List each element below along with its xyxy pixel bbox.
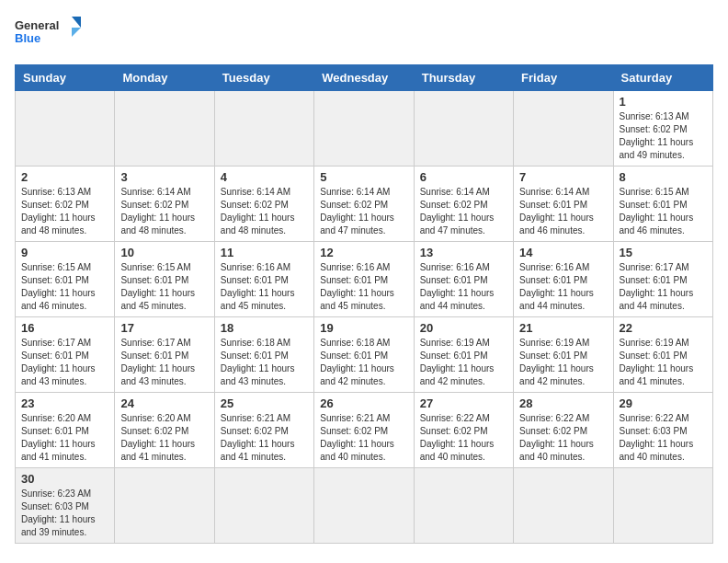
- calendar-cell: 15Sunrise: 6:17 AM Sunset: 6:01 PM Dayli…: [613, 242, 712, 317]
- day-number: 2: [21, 170, 108, 184]
- day-number: 28: [519, 396, 607, 410]
- calendar-week-row: 1Sunrise: 6:13 AM Sunset: 6:02 PM Daylig…: [16, 91, 713, 167]
- svg-text:Blue: Blue: [15, 31, 40, 45]
- calendar-cell: 13Sunrise: 6:16 AM Sunset: 6:01 PM Dayli…: [414, 242, 513, 317]
- day-number: 30: [21, 472, 108, 486]
- calendar-week-row: 9Sunrise: 6:15 AM Sunset: 6:01 PM Daylig…: [16, 242, 713, 317]
- day-info: Sunrise: 6:15 AM Sunset: 6:01 PM Dayligh…: [620, 186, 707, 237]
- calendar-cell: 25Sunrise: 6:21 AM Sunset: 6:02 PM Dayli…: [214, 393, 313, 468]
- calendar: SundayMondayTuesdayWednesdayThursdayFrid…: [15, 64, 713, 544]
- calendar-cell: 22Sunrise: 6:19 AM Sunset: 6:01 PM Dayli…: [613, 317, 712, 393]
- day-number: 17: [120, 321, 208, 335]
- calendar-cell: [414, 91, 513, 167]
- calendar-week-row: 30Sunrise: 6:23 AM Sunset: 6:03 PM Dayli…: [16, 468, 713, 544]
- calendar-cell: [514, 91, 613, 167]
- day-number: 26: [320, 396, 407, 410]
- day-number: 21: [519, 321, 607, 335]
- logo-svg: General Blue: [15, 15, 88, 55]
- day-number: 9: [21, 246, 108, 259]
- calendar-cell: 4Sunrise: 6:14 AM Sunset: 6:02 PM Daylig…: [214, 167, 313, 242]
- day-info: Sunrise: 6:16 AM Sunset: 6:01 PM Dayligh…: [420, 261, 507, 313]
- day-number: 25: [221, 396, 308, 410]
- calendar-cell: [214, 91, 313, 167]
- day-number: 16: [21, 321, 108, 335]
- calendar-cell: 20Sunrise: 6:19 AM Sunset: 6:01 PM Dayli…: [414, 317, 513, 393]
- svg-text:General: General: [15, 18, 59, 32]
- calendar-week-row: 2Sunrise: 6:13 AM Sunset: 6:02 PM Daylig…: [16, 167, 713, 242]
- day-number: 4: [221, 170, 308, 184]
- weekday-header: Tuesday: [214, 65, 313, 91]
- day-info: Sunrise: 6:21 AM Sunset: 6:02 PM Dayligh…: [320, 412, 407, 464]
- day-number: 18: [221, 321, 308, 335]
- calendar-cell: 7Sunrise: 6:14 AM Sunset: 6:01 PM Daylig…: [514, 167, 613, 242]
- day-info: Sunrise: 6:13 AM Sunset: 6:02 PM Dayligh…: [21, 186, 108, 237]
- calendar-cell: [314, 91, 414, 167]
- day-info: Sunrise: 6:14 AM Sunset: 6:02 PM Dayligh…: [221, 186, 308, 237]
- day-number: 6: [420, 170, 507, 184]
- weekday-header-row: SundayMondayTuesdayWednesdayThursdayFrid…: [16, 65, 713, 91]
- day-number: 22: [620, 321, 707, 335]
- day-info: Sunrise: 6:16 AM Sunset: 6:01 PM Dayligh…: [519, 261, 607, 313]
- calendar-cell: 6Sunrise: 6:14 AM Sunset: 6:02 PM Daylig…: [414, 167, 513, 242]
- weekday-header: Wednesday: [314, 65, 414, 91]
- calendar-cell: 21Sunrise: 6:19 AM Sunset: 6:01 PM Dayli…: [514, 317, 613, 393]
- calendar-week-row: 23Sunrise: 6:20 AM Sunset: 6:01 PM Dayli…: [16, 393, 713, 468]
- calendar-cell: 8Sunrise: 6:15 AM Sunset: 6:01 PM Daylig…: [613, 167, 712, 242]
- calendar-cell: 11Sunrise: 6:16 AM Sunset: 6:01 PM Dayli…: [214, 242, 313, 317]
- calendar-cell: 3Sunrise: 6:14 AM Sunset: 6:02 PM Daylig…: [115, 167, 214, 242]
- day-info: Sunrise: 6:13 AM Sunset: 6:02 PM Dayligh…: [620, 110, 707, 162]
- day-info: Sunrise: 6:20 AM Sunset: 6:01 PM Dayligh…: [21, 412, 108, 464]
- day-number: 3: [120, 170, 208, 184]
- day-number: 5: [320, 170, 407, 184]
- day-number: 14: [519, 246, 607, 259]
- svg-marker-2: [72, 17, 81, 28]
- calendar-cell: 14Sunrise: 6:16 AM Sunset: 6:01 PM Dayli…: [514, 242, 613, 317]
- day-info: Sunrise: 6:14 AM Sunset: 6:02 PM Dayligh…: [120, 186, 208, 237]
- day-number: 20: [420, 321, 507, 335]
- logo: General Blue: [15, 15, 88, 55]
- calendar-cell: 30Sunrise: 6:23 AM Sunset: 6:03 PM Dayli…: [16, 468, 115, 544]
- day-info: Sunrise: 6:14 AM Sunset: 6:01 PM Dayligh…: [519, 186, 607, 237]
- calendar-cell: 18Sunrise: 6:18 AM Sunset: 6:01 PM Dayli…: [214, 317, 313, 393]
- day-number: 13: [420, 246, 507, 259]
- day-info: Sunrise: 6:19 AM Sunset: 6:01 PM Dayligh…: [519, 337, 607, 388]
- day-number: 23: [21, 396, 108, 410]
- day-number: 27: [420, 396, 507, 410]
- day-number: 11: [221, 246, 308, 259]
- day-number: 7: [519, 170, 607, 184]
- weekday-header: Monday: [115, 65, 214, 91]
- day-number: 24: [120, 396, 208, 410]
- day-info: Sunrise: 6:18 AM Sunset: 6:01 PM Dayligh…: [320, 337, 407, 388]
- day-number: 10: [120, 246, 208, 259]
- day-number: 29: [620, 396, 707, 410]
- calendar-cell: [613, 468, 712, 544]
- calendar-cell: 24Sunrise: 6:20 AM Sunset: 6:02 PM Dayli…: [115, 393, 214, 468]
- day-info: Sunrise: 6:22 AM Sunset: 6:03 PM Dayligh…: [620, 412, 707, 464]
- calendar-cell: 9Sunrise: 6:15 AM Sunset: 6:01 PM Daylig…: [16, 242, 115, 317]
- calendar-cell: 23Sunrise: 6:20 AM Sunset: 6:01 PM Dayli…: [16, 393, 115, 468]
- weekday-header: Friday: [514, 65, 613, 91]
- weekday-header: Saturday: [613, 65, 712, 91]
- day-info: Sunrise: 6:22 AM Sunset: 6:02 PM Dayligh…: [519, 412, 607, 464]
- day-info: Sunrise: 6:16 AM Sunset: 6:01 PM Dayligh…: [221, 261, 308, 313]
- calendar-cell: [514, 468, 613, 544]
- calendar-cell: [115, 468, 214, 544]
- calendar-week-row: 16Sunrise: 6:17 AM Sunset: 6:01 PM Dayli…: [16, 317, 713, 393]
- day-info: Sunrise: 6:15 AM Sunset: 6:01 PM Dayligh…: [21, 261, 108, 313]
- day-info: Sunrise: 6:23 AM Sunset: 6:03 PM Dayligh…: [21, 488, 108, 539]
- calendar-cell: [414, 468, 513, 544]
- calendar-cell: 26Sunrise: 6:21 AM Sunset: 6:02 PM Dayli…: [314, 393, 414, 468]
- day-info: Sunrise: 6:14 AM Sunset: 6:02 PM Dayligh…: [420, 186, 507, 237]
- day-info: Sunrise: 6:22 AM Sunset: 6:02 PM Dayligh…: [420, 412, 507, 464]
- weekday-header: Sunday: [16, 65, 115, 91]
- calendar-cell: 2Sunrise: 6:13 AM Sunset: 6:02 PM Daylig…: [16, 167, 115, 242]
- calendar-cell: 5Sunrise: 6:14 AM Sunset: 6:02 PM Daylig…: [314, 167, 414, 242]
- calendar-cell: 10Sunrise: 6:15 AM Sunset: 6:01 PM Dayli…: [115, 242, 214, 317]
- weekday-header: Thursday: [414, 65, 513, 91]
- calendar-cell: [214, 468, 313, 544]
- calendar-cell: 29Sunrise: 6:22 AM Sunset: 6:03 PM Dayli…: [613, 393, 712, 468]
- day-number: 15: [620, 246, 707, 259]
- calendar-cell: 28Sunrise: 6:22 AM Sunset: 6:02 PM Dayli…: [514, 393, 613, 468]
- day-number: 8: [620, 170, 707, 184]
- calendar-cell: 17Sunrise: 6:17 AM Sunset: 6:01 PM Dayli…: [115, 317, 214, 393]
